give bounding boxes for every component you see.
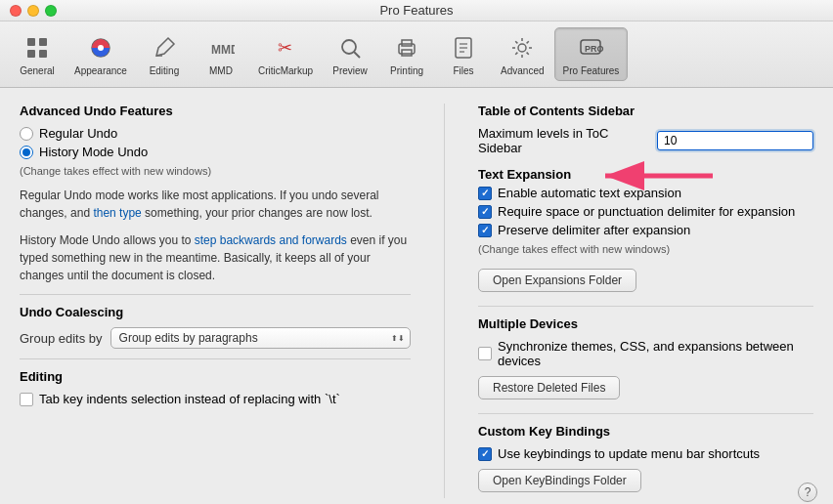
editing-label: Editing: [150, 65, 180, 76]
vertical-divider: [444, 104, 445, 498]
svg-rect-0: [27, 38, 35, 46]
preview-icon: [334, 32, 366, 63]
require-delimiter-checkbox[interactable]: [478, 205, 492, 219]
undo-note: (Change takes effect with new windows): [20, 165, 411, 177]
keybindings-checkbox-item[interactable]: Use keybindings to update menu bar short…: [478, 446, 813, 461]
toolbar: General Appearance Editing MMD MMD ✂ Cri…: [0, 21, 833, 88]
toc-section-title: Table of Contents Sidebar: [478, 104, 813, 118]
undo-radio-group: Regular Undo History Mode Undo: [20, 126, 411, 159]
tab-key-checkbox[interactable]: [20, 393, 33, 406]
custom-key-title: Custom Key Bindings: [478, 424, 813, 439]
svg-rect-2: [27, 50, 35, 58]
criticmarkup-icon: ✂: [270, 32, 301, 63]
profeatures-label: Pro Features: [563, 65, 620, 76]
right-panel: Table of Contents Sidebar Maximum levels…: [478, 104, 813, 498]
text-expansion-header: Text Expansion: [478, 167, 813, 182]
close-button[interactable]: [10, 5, 22, 17]
radio-history-undo[interactable]: History Mode Undo: [20, 145, 411, 159]
enable-expansion-checkbox[interactable]: [478, 187, 492, 200]
history-undo-desc: History Mode Undo allows you to step bac…: [20, 231, 411, 284]
preserve-delimiter-label: Preserve delimiter after expansion: [498, 223, 690, 237]
multiple-devices-title: Multiple Devices: [478, 316, 813, 331]
general-icon: [22, 32, 53, 63]
maximize-button[interactable]: [45, 5, 57, 17]
svg-rect-3: [39, 50, 47, 58]
open-keybindings-btn[interactable]: Open KeyBindings Folder: [478, 469, 641, 492]
divider-coalescing: [20, 294, 411, 295]
svg-point-5: [98, 45, 104, 51]
appearance-icon: [85, 32, 116, 63]
coalescing-dropdown[interactable]: Group edits by paragraphs: [110, 327, 411, 349]
open-expansions-btn[interactable]: Open Expansions Folder: [478, 269, 636, 292]
title-bar: Pro Features: [0, 0, 833, 21]
advanced-label: Advanced: [501, 65, 544, 76]
require-delimiter-checkbox-item[interactable]: Require space or punctuation delimiter f…: [478, 204, 813, 219]
printing-icon: [391, 32, 422, 63]
left-panel: Advanced Undo Features Regular Undo Hist…: [20, 104, 411, 498]
advanced-icon: [506, 32, 538, 63]
toolbar-item-editing[interactable]: Editing: [137, 28, 192, 80]
toolbar-item-printing[interactable]: Printing: [379, 28, 434, 80]
preserve-delimiter-checkbox[interactable]: [478, 224, 492, 237]
toolbar-item-advanced[interactable]: Advanced: [493, 28, 551, 80]
coalescing-section-title: Undo Coalescing: [20, 305, 411, 319]
preserve-delimiter-checkbox-item[interactable]: Preserve delimiter after expansion: [478, 223, 813, 237]
svg-line-10: [354, 52, 360, 58]
svg-rect-13: [402, 50, 412, 56]
mmd-label: MMD: [209, 65, 233, 76]
keybindings-checkbox[interactable]: [478, 447, 492, 461]
svg-rect-1: [39, 38, 47, 46]
toolbar-item-criticmarkup[interactable]: ✂ CriticMarkup: [250, 28, 321, 80]
keybindings-label: Use keybindings to update menu bar short…: [498, 446, 760, 461]
window-controls: [10, 5, 57, 17]
toolbar-item-general[interactable]: General: [10, 28, 65, 80]
text-expansion-title: Text Expansion: [478, 167, 571, 182]
separator-custom-key: [478, 413, 813, 414]
profeatures-icon: PRO: [575, 32, 606, 63]
regular-undo-desc: Regular Undo mode works like most applic…: [20, 187, 411, 222]
preview-label: Preview: [332, 65, 368, 76]
svg-text:PRO: PRO: [585, 44, 604, 54]
criticmarkup-label: CriticMarkup: [258, 65, 313, 76]
minimize-button[interactable]: [27, 5, 39, 17]
toolbar-item-profeatures[interactable]: PRO Pro Features: [554, 27, 629, 81]
divider-editing: [20, 358, 411, 359]
sync-checkbox[interactable]: [478, 347, 492, 360]
coalescing-row: Group edits by Group edits by paragraphs: [20, 327, 411, 349]
editing-icon: [149, 32, 180, 63]
require-delimiter-label: Require space or punctuation delimiter f…: [498, 204, 795, 219]
radio-history-circle: [20, 146, 33, 159]
window-title: Pro Features: [379, 3, 453, 18]
files-label: Files: [454, 65, 474, 76]
mmd-icon: MMD: [205, 32, 237, 63]
printing-label: Printing: [390, 65, 423, 76]
appearance-label: Appearance: [74, 65, 127, 76]
toolbar-item-preview[interactable]: Preview: [323, 28, 377, 80]
main-content: Advanced Undo Features Regular Undo Hist…: [0, 88, 833, 504]
general-label: General: [20, 65, 55, 76]
svg-text:✂: ✂: [278, 38, 292, 58]
radio-history-label: History Mode Undo: [39, 145, 148, 159]
sync-label: Synchronize themes, CSS, and expansions …: [498, 339, 813, 368]
sync-checkbox-item[interactable]: Synchronize themes, CSS, and expansions …: [478, 339, 813, 368]
editing-section-title: Editing: [20, 369, 411, 384]
toolbar-item-files[interactable]: Files: [436, 28, 491, 80]
toolbar-item-appearance[interactable]: Appearance: [66, 28, 135, 80]
tab-key-checkbox-item[interactable]: Tab key indents selection instead of rep…: [20, 392, 411, 406]
coalescing-label: Group edits by: [20, 331, 103, 346]
toolbar-item-mmd[interactable]: MMD MMD: [194, 28, 248, 80]
undo-section-title: Advanced Undo Features: [20, 104, 411, 118]
toc-row: Maximum levels in ToC Sidebar: [478, 126, 813, 155]
restore-files-btn[interactable]: Restore Deleted Files: [478, 376, 620, 399]
tab-key-label: Tab key indents selection instead of rep…: [39, 392, 340, 406]
expansion-note: (Change takes effect with new windows): [478, 243, 813, 255]
radio-regular-undo[interactable]: Regular Undo: [20, 126, 411, 141]
pink-arrow-svg: [595, 161, 723, 190]
help-button[interactable]: ?: [798, 483, 817, 502]
coalescing-dropdown-wrapper[interactable]: Group edits by paragraphs: [110, 327, 411, 349]
toc-max-input[interactable]: [657, 131, 813, 150]
files-icon: [448, 32, 479, 63]
toc-max-label: Maximum levels in ToC Sidebar: [478, 126, 649, 155]
svg-point-9: [342, 40, 356, 54]
svg-point-18: [518, 44, 526, 52]
